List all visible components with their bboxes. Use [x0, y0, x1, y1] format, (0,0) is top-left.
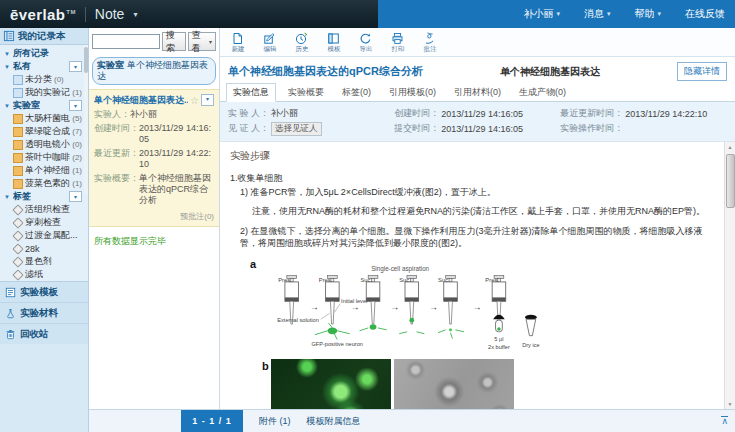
notebook-color-icon [13, 179, 23, 189]
select-witness-button[interactable]: 选择见证人 [271, 122, 322, 136]
figure-a: a [250, 257, 719, 356]
gfp-neurons [315, 323, 464, 339]
edit-button[interactable]: 编辑 [254, 32, 285, 53]
help-menu[interactable]: 帮助▾ [634, 7, 661, 21]
new-button[interactable]: 新建 [222, 32, 253, 53]
sidebar-item-my-experiments[interactable]: 我的实验记... (1) [2, 86, 84, 99]
history-button[interactable]: 历史 [286, 32, 317, 53]
user-menu[interactable]: 补小丽▾ [523, 7, 560, 21]
card-annotation-count[interactable]: 预批注(0) [94, 211, 214, 222]
scroll-to-top-icon[interactable]: ∧ [721, 416, 728, 425]
pipette-label: Suc. [360, 278, 372, 284]
annotation-initial-level: Initial level [341, 298, 367, 304]
expand-icon[interactable]: ▼ [4, 64, 11, 70]
sidebar-group-private[interactable]: ▼ 私有 ▾ [2, 60, 84, 73]
info-experimenter: 实 验 人：补小丽 [228, 107, 394, 120]
print-button[interactable]: 打印 [382, 32, 413, 53]
sidebar-header[interactable]: 我的记录本 [0, 28, 88, 45]
online-feedback-link[interactable]: 在线反馈 [685, 7, 725, 21]
step-note-text: 注意，使用无RNA酶的耗材和整个过程避免RNA的污染(清洁工作区，戴上手套，口罩… [252, 205, 719, 218]
group-menu-button[interactable]: ▾ [69, 191, 82, 202]
experiment-card-selected[interactable]: 单个神经细胞基因表达... ☆ ▾ 实验人：补小丽 创建时间：2013/11/2… [89, 89, 219, 228]
arrow-icon: → [429, 302, 438, 312]
tag-icon [12, 243, 23, 254]
chevron-down-icon[interactable]: ▾ [133, 10, 137, 19]
sidebar-item-materials[interactable]: 实验材料 [0, 303, 88, 324]
info-witness: 见 证 人：选择见证人 [228, 122, 394, 136]
tag-item-1[interactable]: 穿刺检查 [2, 216, 84, 229]
sidebar-item-recycle-bin[interactable]: 回收站 [0, 324, 88, 344]
tag-item-3[interactable]: 28k [2, 242, 84, 255]
document-body: 实验步骤 1.收集单细胞 1) 准备PCR管，加入5μL 2×CellsDire… [220, 142, 735, 409]
search-button[interactable]: 搜索 [162, 32, 186, 51]
search-row: 搜索 查看▾ [89, 28, 219, 55]
filter-chip[interactable]: 实验室单个神经细胞基因表达 [92, 57, 216, 85]
search-input[interactable] [92, 34, 160, 49]
expand-icon[interactable]: ▼ [4, 194, 11, 200]
annotate-button[interactable]: 批注 [414, 32, 445, 53]
everlab-logo: ēverlabTM [10, 6, 76, 23]
experiment-card-title[interactable]: 单个神经细胞基因表达... [94, 94, 188, 107]
tag-item-4[interactable]: 显色剂 [2, 255, 84, 268]
scroll-up-arrow[interactable]: ▲ [725, 142, 735, 152]
document-scrollbar[interactable]: ▲ ▼ [724, 142, 735, 409]
filter-scope: 实验室 [97, 60, 124, 70]
expand-icon[interactable]: ▼ [4, 103, 11, 109]
hide-details-button[interactable]: 隐藏详情 [677, 62, 727, 81]
sidebar-item-lab-1[interactable]: 翠绿啶合成... (7) [2, 125, 84, 138]
figure-b-label: b [262, 359, 269, 409]
tab-referenced-materials[interactable]: 引用材料(0) [448, 84, 507, 101]
export-button[interactable]: 导出 [350, 32, 381, 53]
scrollbar-thumb[interactable] [84, 47, 88, 73]
view-button[interactable]: 查看▾ [188, 32, 216, 51]
step-1-title: 1.收集单细胞 [230, 172, 719, 185]
pagination[interactable]: 1 - 1 / 1 [181, 410, 243, 432]
scrollbar-thumb[interactable] [726, 154, 735, 208]
info-submitted: 提交时间：2013/11/29 14:16:05 [394, 122, 560, 135]
pipette-label: Suc. [399, 278, 411, 284]
card-field-summary: 实验概要：单个神经细胞基因表达的qPCR综合分析 [94, 173, 214, 207]
sidebar-item-templates[interactable]: 实验模板 [0, 282, 88, 303]
sidebar-item-uncategorized[interactable]: 未分类 (0) [2, 73, 84, 86]
experiment-info-panel: 实 验 人：补小丽 创建时间：2013/11/29 14:16:05 最近更新时… [220, 102, 735, 142]
star-icon[interactable]: ☆ [190, 95, 199, 106]
signature-icon [423, 32, 436, 45]
trademark: TM [66, 9, 75, 15]
pipette-label: Pres. [485, 278, 499, 284]
sidebar-item-lab-0[interactable]: 大肠杆菌电... (5) [2, 112, 84, 125]
sidebar-scrollbar[interactable] [84, 45, 88, 195]
chevron-down-icon: ▾ [607, 10, 611, 18]
sidebar-item-lab-5[interactable]: 菠菜色素的... (1) [2, 177, 84, 190]
sidebar-group-tags[interactable]: ▼ 标签 ▾ [2, 190, 84, 203]
card-field-updated: 最近更新：2013/11/29 14:22:10 [94, 148, 214, 171]
template-button[interactable]: 模板 [318, 32, 349, 53]
tab-products[interactable]: 生成产物(0) [513, 84, 572, 101]
tab-referenced-templates[interactable]: 引用模板(0) [383, 84, 442, 101]
fluorescence-image: 10 μm [271, 359, 391, 409]
steps-heading: 实验步骤 [230, 149, 719, 163]
tab-experiment-info[interactable]: 实验信息 [226, 83, 276, 102]
tag-item-5[interactable]: 滤纸 [2, 268, 84, 281]
sidebar-item-lab-3[interactable]: 茶叶中咖啡... (2) [2, 151, 84, 164]
arrow-icon: → [390, 302, 399, 312]
messages-menu[interactable]: 消息▾ [584, 7, 611, 21]
tab-tags[interactable]: 标签(0) [336, 84, 377, 101]
sidebar-item-lab-4-selected[interactable]: 单个神经细... (1) [2, 164, 84, 177]
sidebar-item-all-records[interactable]: ▼ 所有记录 [2, 47, 84, 60]
tag-item-0[interactable]: 活组织检查 [2, 203, 84, 216]
tab-attachments[interactable]: 附件 (1) [259, 415, 291, 428]
step-1-2-text: 2) 在显微镜下，选择分离的单个细胞。显微下操作利用压力(3毫升注射器)清除单个… [240, 225, 719, 250]
main-pane: 新建 编辑 历史 模板 [220, 28, 735, 409]
group-menu-button[interactable]: ▾ [69, 61, 82, 72]
card-field-experimenter: 实验人：补小丽 [94, 109, 214, 120]
arrow-icon: → [310, 302, 319, 312]
group-menu-button[interactable]: ▾ [69, 100, 82, 111]
sidebar-item-lab-2[interactable]: 透明电镜小... (0) [2, 138, 84, 151]
card-menu-button[interactable]: ▾ [201, 94, 214, 106]
sidebar-group-lab[interactable]: ▼ 实验室 ▾ [2, 99, 84, 112]
expand-icon[interactable]: ▼ [4, 51, 11, 57]
tab-template-info[interactable]: 模板附属信息 [307, 415, 361, 428]
scroll-down-arrow[interactable]: ▼ [725, 399, 735, 409]
tab-experiment-summary[interactable]: 实验概要 [282, 84, 330, 101]
tag-item-2[interactable]: 过渡金属配... [2, 229, 84, 242]
